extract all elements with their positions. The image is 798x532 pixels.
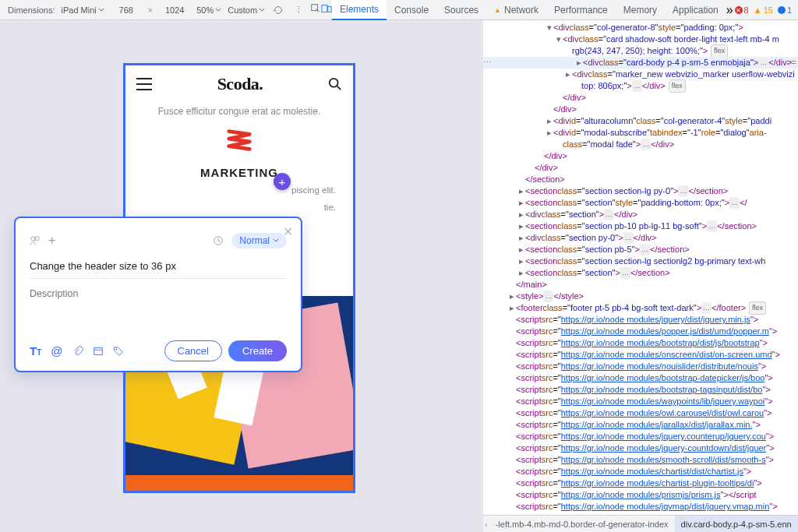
site-body: Fusce efficitur congue erat ac molestie.… — [125, 106, 353, 213]
annotation-title-input[interactable]: Change the header size to 36 px — [30, 260, 287, 275]
breadcrumb-item[interactable]: -left.mb-4.mb-md-0.border-of-generator-i… — [489, 516, 675, 532]
dom-script-node[interactable]: <script src="https://gr.io/node modules/… — [483, 501, 798, 513]
dom-node[interactable]: </div> — [483, 104, 798, 115]
cancel-button[interactable]: Cancel — [164, 340, 222, 361]
hamburger-icon[interactable] — [136, 78, 152, 90]
elements-panel[interactable]: <div class="col-generator-8" style="padd… — [483, 20, 798, 515]
priority-dropdown[interactable]: Normal — [231, 233, 287, 248]
dom-script-node[interactable]: <script src="https://gr.io/node modules/… — [483, 442, 798, 454]
device-dropdown[interactable]: iPad Mini — [62, 5, 104, 15]
add-assignee-icon[interactable]: + — [48, 234, 55, 248]
dom-node[interactable]: </main> — [483, 279, 798, 291]
panels-overflow-icon[interactable]: » — [726, 3, 733, 17]
browser-icon[interactable] — [93, 346, 104, 357]
dom-node[interactable]: <div class="card shadow-soft border-ligh… — [483, 33, 798, 45]
dom-node[interactable]: <div id="alturacolumn" class="col-genera… — [483, 115, 798, 127]
dom-node[interactable]: </div> — [483, 162, 798, 174]
svg-point-5 — [35, 237, 39, 241]
dom-script-node[interactable]: <script src="https://gr.io/node modules/… — [483, 477, 798, 489]
dom-node[interactable]: <div class="marker_new webvizio_marker u… — [483, 69, 798, 80]
svg-point-8 — [115, 348, 117, 350]
dom-script-node[interactable]: <script src="https://gr.io/node modules/… — [483, 466, 798, 477]
dom-script-node[interactable]: <script src="https://gr.io/node modules/… — [483, 349, 798, 361]
inspect-icon[interactable] — [310, 3, 321, 17]
dom-node[interactable]: class="modal fade">… </div> — [483, 139, 798, 150]
warning-count[interactable]: ▲15 — [754, 5, 773, 15]
devtools-panel-tabs: ElementsConsoleSourcesNetworkPerformance… — [310, 0, 733, 20]
dom-script-node[interactable]: <script src="https://gr.io/node modules/… — [483, 396, 798, 407]
add-annotation-button[interactable]: + — [274, 173, 291, 190]
svg-rect-2 — [328, 6, 331, 12]
annotation-description-input[interactable] — [30, 288, 287, 299]
text-format-icon[interactable]: TT — [30, 344, 41, 358]
assignee-icon[interactable] — [30, 235, 41, 246]
info-count[interactable]: 1 — [778, 5, 792, 15]
panel-tab-performance[interactable]: Performance — [546, 0, 616, 20]
throttle-dropdown[interactable]: Custom — [228, 5, 265, 15]
dom-node[interactable]: <div class="section py-0">… </div> — [483, 232, 798, 244]
panel-tab-sources[interactable]: Sources — [436, 0, 486, 20]
throttle-value: Custom — [228, 5, 257, 15]
dom-node[interactable]: <section class="section section-lg secti… — [483, 255, 798, 267]
dom-node[interactable]: <div class="section">… </div> — [483, 209, 798, 220]
dom-node[interactable]: </div> — [483, 92, 798, 104]
dom-node[interactable]: <section class="section section-lg py-0"… — [483, 185, 798, 197]
dom-script-node[interactable]: <script src="https://gr.io/node modules/… — [483, 407, 798, 419]
dom-script-node[interactable]: <script src="https://gr.io/node modules/… — [483, 384, 798, 396]
dom-script-node[interactable]: <script src="https://gr.io/node modules/… — [483, 454, 798, 466]
panel-tab-console[interactable]: Console — [387, 0, 436, 20]
panel-tab-network[interactable]: Network — [486, 0, 546, 20]
dimensions-label: Dimensions: — [8, 5, 55, 15]
dom-script-node[interactable]: <script src="https://gr.io/node modules/… — [483, 361, 798, 372]
annotation-popup: ✕ + Normal Change the header size to 36 … — [14, 217, 302, 372]
dom-script-node[interactable]: <script src="https://gr.io/node modules/… — [483, 419, 798, 431]
chevron-down-icon — [273, 238, 279, 244]
dom-node[interactable]: <section class="section pb-5">… </sectio… — [483, 244, 798, 255]
dom-node[interactable]: <section class="section pb-10 pb-lg-11 b… — [483, 220, 798, 232]
panel-tab-elements[interactable]: Elements — [332, 0, 387, 20]
dom-script-node[interactable]: <script src="https://gr.io/node modules/… — [483, 314, 798, 326]
breadcrumb-scroll-left[interactable]: ‹ — [483, 520, 489, 529]
dom-node[interactable]: </section> — [483, 174, 798, 185]
dom-tree[interactable]: <div class="col-generator-8" style="padd… — [483, 20, 798, 515]
rotate-icon[interactable] — [271, 3, 285, 17]
dom-script-node[interactable]: <script src="https://gr.io/node modules/… — [483, 337, 798, 349]
attachment-icon[interactable] — [72, 346, 83, 357]
clock-icon[interactable] — [213, 235, 224, 246]
height-input[interactable]: 1024 — [159, 5, 190, 15]
section-heading: MARKETING — [139, 166, 339, 179]
kebab-icon[interactable]: ⋮ — [291, 3, 305, 17]
dom-node[interactable]: top: 806px;">… </div>flex — [483, 80, 798, 92]
device-toggle-icon[interactable] — [321, 3, 332, 17]
zoom-dropdown[interactable]: 50% — [196, 5, 221, 15]
dom-node[interactable]: </div> — [483, 150, 798, 162]
mention-icon[interactable]: @ — [51, 344, 62, 358]
devtools-status: ✕8 ▲15 1 — [735, 0, 792, 20]
svg-point-4 — [31, 237, 35, 241]
dom-node[interactable]: <div id="modal-subscribe" tabindex="-1" … — [483, 127, 798, 139]
dom-node[interactable]: <div class="col-generator-8" style="padd… — [483, 22, 798, 33]
dom-script-node[interactable]: <script src="https://gr.io/node modules/… — [483, 326, 798, 337]
dom-node[interactable]: <section class="section" style="padding-… — [483, 197, 798, 209]
close-icon[interactable]: ✕ — [283, 224, 293, 239]
panel-tab-application[interactable]: Application — [665, 0, 726, 20]
panel-tab-memory[interactable]: Memory — [616, 0, 665, 20]
dom-script-node[interactable]: <script src="https://gr.io/node modules/… — [483, 489, 798, 501]
error-count[interactable]: ✕8 — [735, 5, 749, 15]
breadcrumb-item-selected[interactable]: div.card-body.p-4.p-sm-5.enn — [675, 516, 798, 532]
width-input[interactable]: 768 — [111, 5, 142, 15]
elements-breadcrumb[interactable]: ‹ -left.mb-4.mb-md-0.border-of-generator… — [483, 515, 798, 532]
dom-node[interactable]: rgb(243, 247, 250); height: 100%;">flex — [483, 45, 798, 57]
dom-node[interactable]: <footer class="footer pt-5 pb-4 bg-soft … — [483, 302, 798, 314]
dom-script-node[interactable]: <script src="https://gr.io/node modules/… — [483, 372, 798, 384]
site-logo[interactable]: Scoda. — [217, 74, 263, 94]
dom-node[interactable]: <style>… </style> — [483, 291, 798, 302]
search-icon[interactable] — [328, 77, 342, 91]
create-button[interactable]: Create — [228, 340, 287, 361]
dimension-separator: × — [148, 5, 153, 15]
tag-icon[interactable] — [113, 346, 124, 357]
dom-node[interactable]: <section class="section">… </section> — [483, 267, 798, 279]
dom-script-node[interactable]: <script src="https://gr.io/node modules/… — [483, 431, 798, 442]
chevron-down-icon — [259, 7, 265, 13]
dom-node[interactable]: ⋯<div class="card-body p-4 p-sm-5 enmobj… — [483, 57, 798, 69]
